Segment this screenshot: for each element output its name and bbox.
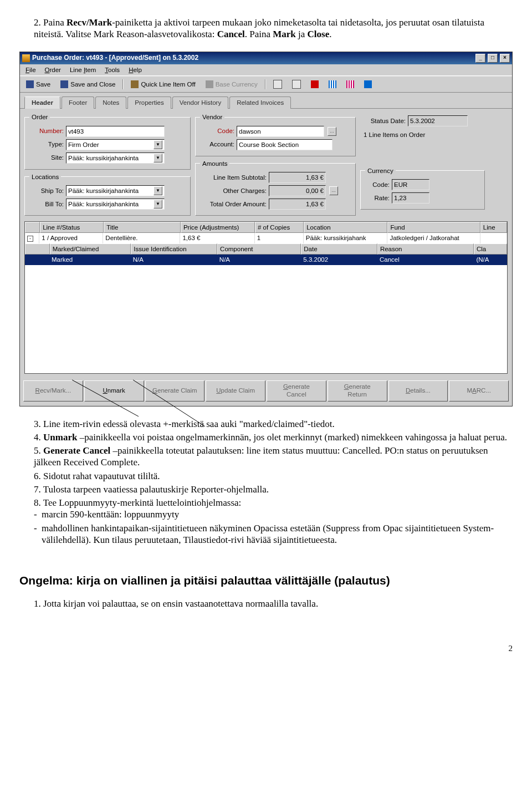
site-label: Site: bbox=[29, 154, 64, 161]
instruction-list-top: 2. Paina Recv/Mark-painiketta ja aktivoi… bbox=[19, 17, 513, 40]
currency-code-label: Code: bbox=[365, 181, 390, 189]
titlebar: Purchase Order: vt493 - [Approved/Sent] … bbox=[20, 52, 512, 64]
tb-icon-1[interactable] bbox=[269, 78, 286, 90]
minimize-button[interactable]: _ bbox=[475, 54, 485, 63]
tb-icon-6[interactable] bbox=[360, 79, 376, 90]
order-group: Order Number: Type:Firm Order▼ Site:Pääk… bbox=[24, 113, 191, 169]
grid-row[interactable]: -1 / ApprovedDentellière.1,63 €1Pääk: ku… bbox=[25, 233, 507, 243]
quick-line-item-button[interactable]: Quick Line Item Off bbox=[127, 79, 199, 90]
expand-toggle[interactable]: - bbox=[25, 233, 39, 243]
account-field[interactable] bbox=[237, 139, 332, 150]
bluegear-icon bbox=[364, 80, 372, 88]
grid-header-1: Line #/StatusTitlePrice (Adjustments)# o… bbox=[25, 222, 507, 233]
tb-icon-2[interactable] bbox=[288, 78, 305, 90]
list-item: 8. Tee Loppuunmyyty-merkintä luetteloint… bbox=[34, 497, 513, 546]
site-combo[interactable]: Pääk: kurssikirjahankinta▼ bbox=[66, 153, 165, 164]
total-label: Total Order Amount: bbox=[200, 200, 267, 208]
save-close-button[interactable]: Save and Close bbox=[57, 79, 119, 90]
other-field bbox=[269, 185, 326, 196]
rate-label: Rate: bbox=[365, 194, 390, 202]
list-item: 7. Tulosta tarpeen vaatiessa palautuskir… bbox=[34, 484, 513, 495]
details-button: Details... bbox=[388, 380, 448, 401]
grid-row-selected[interactable]: MarkedN/AN/A5.3.2002Cancel(N/A bbox=[25, 255, 507, 265]
status-date-label: Status Date: bbox=[361, 117, 406, 125]
marc-button: MARC... bbox=[449, 380, 509, 401]
po-window: Purchase Order: vt493 - [Approved/Sent] … bbox=[19, 52, 513, 406]
type-label: Type: bbox=[29, 140, 64, 148]
instruction-list-bottom: 3. Line item-rivin edessä olevasta +-mer… bbox=[19, 418, 513, 546]
number-label: Number: bbox=[29, 127, 64, 135]
menu-line item[interactable]: Line Item bbox=[66, 65, 99, 74]
tab-related-invoices[interactable]: Related Invoices bbox=[229, 96, 291, 109]
list-item: 5. Generate Cancel –painikkeella toteuta… bbox=[34, 445, 513, 469]
doc-icon bbox=[273, 80, 282, 89]
locations-group: Locations Ship To:Pääk: kurssikirjahanki… bbox=[24, 173, 191, 216]
rate-field bbox=[392, 192, 429, 204]
close-button[interactable]: × bbox=[500, 54, 510, 63]
generate-return-button: GenerateReturn bbox=[328, 380, 387, 401]
menu-tools[interactable]: Tools bbox=[101, 65, 123, 74]
svg-line-1 bbox=[133, 380, 205, 426]
menu-order[interactable]: Order bbox=[42, 65, 64, 74]
tab-notes[interactable]: Notes bbox=[95, 96, 126, 109]
update-claim-button: Update Claim bbox=[206, 380, 265, 401]
number-field[interactable] bbox=[66, 126, 165, 137]
grid-empty-area bbox=[25, 265, 507, 373]
tb-icon-5[interactable] bbox=[342, 79, 358, 90]
tab-properties[interactable]: Properties bbox=[127, 96, 171, 109]
line-items-count: 1 Line Items on Order bbox=[361, 129, 484, 139]
other-label: Other Charges: bbox=[200, 187, 267, 195]
vendor-code-field[interactable] bbox=[237, 126, 324, 137]
save-close-icon bbox=[60, 80, 68, 88]
save-button[interactable]: Save bbox=[22, 79, 54, 90]
tb-icon-4[interactable] bbox=[325, 79, 340, 90]
line-items-grid[interactable]: Line #/StatusTitlePrice (Adjustments)# o… bbox=[24, 221, 508, 374]
generate-cancel-button: GenerateCancel bbox=[267, 380, 326, 401]
other-charges-button[interactable]: … bbox=[329, 186, 338, 195]
instruction-list-2: 1. Jotta kirjan voi palauttaa, se on ens… bbox=[19, 598, 513, 609]
page-number: 2 bbox=[19, 643, 513, 654]
svg-line-0 bbox=[72, 380, 139, 416]
currency-icon bbox=[206, 80, 213, 88]
window-title: Purchase Order: vt493 - [Approved/Sent] … bbox=[32, 54, 198, 62]
glass-icon bbox=[292, 80, 301, 89]
billto-label: Bill To: bbox=[29, 200, 64, 208]
subtotal-label: Line Item Subtotal: bbox=[200, 174, 267, 181]
menubar: FileOrderLine ItemToolsHelp bbox=[20, 64, 512, 76]
toolbar: Save Save and Close Quick Line Item Off … bbox=[20, 76, 512, 93]
billto-combo[interactable]: Pääk: kurssikirjahankinta▼ bbox=[66, 199, 165, 210]
cross-icon bbox=[311, 80, 319, 88]
shipto-combo[interactable]: Pääk: kurssikirjahankinta▼ bbox=[66, 185, 165, 196]
maximize-button[interactable]: □ bbox=[488, 54, 498, 63]
menu-help[interactable]: Help bbox=[125, 65, 145, 74]
list-item: 4. Unmark –painikkeella voi poistaa onge… bbox=[34, 431, 513, 443]
tab-footer[interactable]: Footer bbox=[62, 96, 94, 109]
vendor-lookup-button[interactable]: … bbox=[328, 127, 336, 136]
vendor-code-label: Code: bbox=[200, 127, 234, 135]
section-heading: Ongelma: kirja on viallinen ja pitäisi p… bbox=[19, 573, 513, 588]
status-date-field bbox=[408, 115, 468, 126]
list-item: 1. Jotta kirjan voi palauttaa, se on ens… bbox=[34, 598, 513, 609]
menu-file[interactable]: File bbox=[22, 65, 39, 74]
currency-group: Currency Code: Rate: bbox=[360, 167, 485, 210]
app-icon bbox=[22, 54, 30, 62]
tab-strip: HeaderFooterNotesPropertiesVendor Histor… bbox=[20, 93, 512, 108]
quick-icon bbox=[131, 80, 139, 88]
tb-icon-3[interactable] bbox=[307, 79, 323, 90]
type-combo[interactable]: Firm Order▼ bbox=[66, 139, 165, 150]
tab-header[interactable]: Header bbox=[24, 96, 60, 109]
tab-vendor-history[interactable]: Vendor History bbox=[172, 96, 228, 109]
subtotal-field bbox=[269, 172, 326, 183]
shipto-label: Ship To: bbox=[29, 187, 64, 195]
list-item: 6. Sidotut rahat vapautuvat tililtä. bbox=[34, 470, 513, 482]
amounts-group: Amounts Line Item Subtotal: Other Charge… bbox=[195, 160, 356, 216]
callout-arrows bbox=[19, 409, 513, 409]
vendor-group: Vendor Code:… Account: bbox=[195, 113, 356, 156]
bars2-icon bbox=[346, 80, 354, 88]
base-currency-button[interactable]: Base Currency bbox=[202, 79, 262, 90]
total-field bbox=[269, 199, 326, 210]
list-item: 2. Paina Recv/Mark-painiketta ja aktivoi… bbox=[34, 17, 513, 40]
form-area: Order Number: Type:Firm Order▼ Site:Pääk… bbox=[20, 108, 512, 221]
grid-header-2: Marked/ClaimedIssue IdentificationCompon… bbox=[25, 243, 507, 255]
account-label: Account: bbox=[200, 140, 234, 148]
